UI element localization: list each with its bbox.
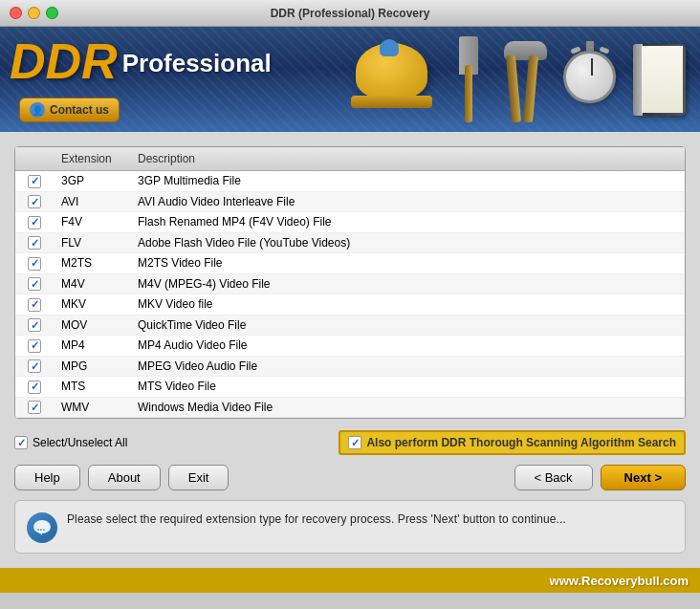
table-row: MOVQuickTime Video File: [15, 315, 685, 336]
exit-button[interactable]: Exit: [168, 465, 230, 490]
row-checkbox-cell[interactable]: [15, 232, 54, 253]
hammer-handle: [465, 65, 472, 122]
extension-table: Extension Description 3GP3GP Multimedia …: [15, 147, 685, 418]
info-message: Please select the required extension typ…: [67, 511, 566, 528]
table-row: WMVWindows Media Video File: [15, 397, 685, 418]
maximize-button[interactable]: [46, 7, 58, 19]
ddr-scan-control[interactable]: Also perform DDR Thorough Scanning Algor…: [339, 430, 686, 455]
row-extension: MOV: [54, 315, 130, 336]
row-extension: 3GP: [54, 171, 130, 192]
row-description: Adobe Flash Video File (YouTube Videos): [130, 232, 685, 253]
row-extension: WMV: [54, 397, 130, 418]
select-all-label: Select/Unselect All: [33, 436, 127, 449]
row-extension: MPG: [54, 356, 130, 377]
row-checkbox-cell[interactable]: [15, 171, 54, 192]
window-controls[interactable]: [10, 7, 58, 19]
row-description: MTS Video File: [130, 377, 685, 398]
pliers-handle1: [506, 55, 521, 123]
row-description: M4V (MPEG-4) Video File: [130, 273, 685, 294]
select-all-checkbox[interactable]: [14, 436, 28, 449]
ddr-scan-checkbox[interactable]: [348, 436, 361, 449]
table-row: FLVAdobe Flash Video File (YouTube Video…: [15, 232, 685, 253]
back-button[interactable]: < Back: [514, 465, 593, 490]
row-description: Windows Media Video File: [130, 397, 685, 418]
extension-table-container: Extension Description 3GP3GP Multimedia …: [14, 146, 686, 419]
title-bar: DDR (Professional) Recovery: [0, 0, 700, 27]
row-checkbox-cell[interactable]: [15, 377, 54, 398]
row-checkbox[interactable]: [28, 175, 41, 188]
table-row: M4VM4V (MPEG-4) Video File: [15, 273, 685, 294]
speech-bubble-icon: ...: [33, 518, 52, 537]
table-row: 3GP3GP Multimedia File: [15, 171, 685, 192]
table-row: M2TSM2TS Video File: [15, 253, 685, 274]
minimize-button[interactable]: [28, 7, 40, 19]
contact-button[interactable]: 👤 Contact us: [19, 98, 120, 122]
helmet-illustration: [351, 32, 437, 127]
ddr-scan-label: Also perform DDR Thorough Scanning Algor…: [366, 436, 676, 449]
row-description: Flash Renamed MP4 (F4V Video) File: [130, 212, 685, 233]
logo-professional: Professional: [122, 49, 272, 78]
close-button[interactable]: [10, 7, 22, 19]
svg-text:...: ...: [37, 522, 46, 533]
row-checkbox-cell[interactable]: [15, 356, 54, 377]
helmet-badge: [380, 39, 399, 56]
row-checkbox-cell[interactable]: [15, 315, 54, 336]
table-row: MTSMTS Video File: [15, 377, 685, 398]
logo-ddr: DDR: [10, 36, 118, 86]
table-row: MP4MP4 Audio Video File: [15, 336, 685, 357]
row-checkbox[interactable]: [28, 195, 41, 208]
stopwatch-illustration: [557, 36, 623, 122]
row-checkbox[interactable]: [28, 277, 41, 291]
row-extension: MTS: [54, 377, 130, 398]
row-checkbox[interactable]: [28, 381, 41, 394]
row-extension: M4V: [54, 273, 130, 294]
table-row: MKVMKV Video file: [15, 294, 685, 315]
row-checkbox-cell[interactable]: [15, 294, 54, 315]
row-checkbox[interactable]: [28, 298, 41, 312]
table-row: MPGMPEG Video Audio File: [15, 356, 685, 377]
row-checkbox-cell[interactable]: [15, 253, 54, 274]
about-button[interactable]: About: [88, 465, 161, 490]
main-content: Extension Description 3GP3GP Multimedia …: [0, 132, 700, 568]
stopwatch-face: [563, 51, 616, 103]
helmet-brim: [351, 96, 432, 108]
stopwatch-stem: [586, 41, 594, 51]
book-illustration: [628, 36, 690, 122]
row-description: QuickTime Video File: [130, 315, 685, 336]
col-header-check: [15, 147, 54, 171]
row-checkbox[interactable]: [28, 236, 41, 250]
footer: www.Recoverybull.com: [0, 568, 700, 593]
hammer-illustration: [442, 36, 494, 122]
row-description: MPEG Video Audio File: [130, 356, 685, 377]
header: DDR Professional 👤 Contact us: [0, 27, 700, 132]
row-description: 3GP Multimedia File: [130, 171, 685, 192]
book-pages: [642, 46, 683, 113]
row-checkbox-cell[interactable]: [15, 191, 54, 212]
button-row: Help About Exit < Back Next >: [14, 465, 686, 490]
bottom-controls: Select/Unselect All Also perform DDR Tho…: [14, 430, 686, 455]
table-row: F4VFlash Renamed MP4 (F4V Video) File: [15, 212, 685, 233]
row-checkbox[interactable]: [28, 257, 41, 271]
row-checkbox-cell[interactable]: [15, 212, 54, 233]
row-extension: FLV: [54, 232, 130, 253]
next-button[interactable]: Next >: [601, 465, 686, 490]
row-checkbox[interactable]: [28, 401, 41, 414]
logo-area: DDR Professional: [10, 36, 272, 86]
row-checkbox-cell[interactable]: [15, 336, 54, 357]
row-checkbox-cell[interactable]: [15, 397, 54, 418]
row-checkbox[interactable]: [28, 216, 41, 229]
row-checkbox[interactable]: [28, 318, 41, 332]
row-extension: MKV: [54, 294, 130, 315]
row-extension: MP4: [54, 336, 130, 357]
info-bar: ... Please select the required extension…: [14, 500, 686, 554]
row-checkbox[interactable]: [28, 359, 41, 373]
pliers-handle2: [523, 55, 538, 123]
contact-icon: 👤: [30, 102, 45, 118]
row-checkbox-cell[interactable]: [15, 273, 54, 294]
row-description: MP4 Audio Video File: [130, 336, 685, 357]
select-all-control[interactable]: Select/Unselect All: [14, 436, 127, 449]
help-button[interactable]: Help: [14, 465, 80, 490]
row-checkbox[interactable]: [28, 339, 41, 353]
contact-label: Contact us: [50, 103, 109, 117]
col-header-extension: Extension: [54, 147, 130, 171]
